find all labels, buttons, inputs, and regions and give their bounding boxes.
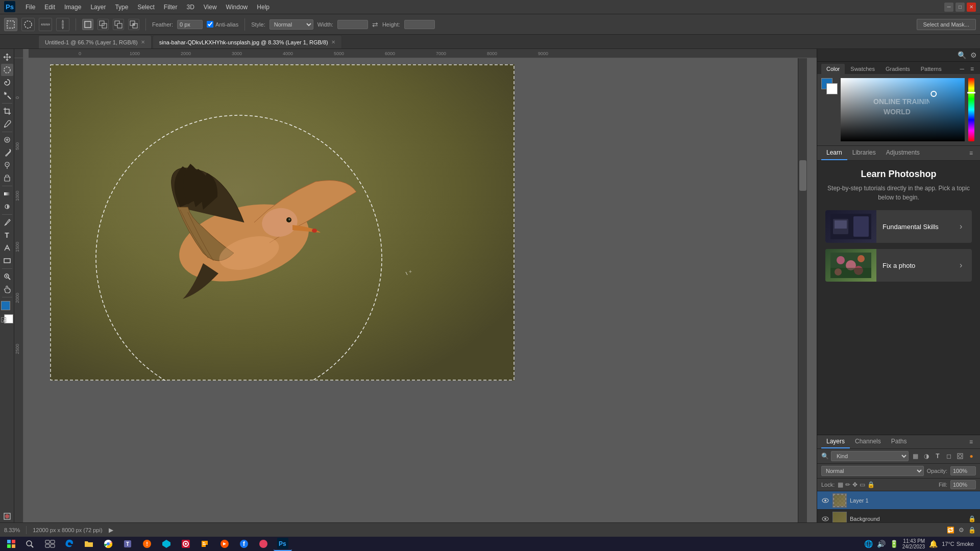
canvas-area[interactable]: 0 1000 2000 3000 4000 5000 6000 7000 800…: [14, 49, 817, 537]
marquee-rect-icon[interactable]: [4, 18, 17, 31]
layer-row-layer1[interactable]: Layer 1: [817, 491, 980, 510]
tool-healing[interactable]: [1, 134, 13, 146]
background-visibility-icon[interactable]: [821, 515, 829, 523]
fill-input[interactable]: [950, 480, 976, 489]
tool-pen[interactable]: [1, 216, 13, 229]
marquee-single-row-icon[interactable]: [39, 18, 52, 31]
pixel-filter-icon[interactable]: ▦: [911, 452, 920, 461]
maximize-btn[interactable]: □: [955, 3, 965, 12]
bg-color-swatch[interactable]: [826, 83, 838, 94]
menu-view[interactable]: View: [200, 2, 221, 13]
learn-card-fix-photo[interactable]: Fix a photo ›: [825, 249, 972, 282]
adjust-panels-icon[interactable]: ⚙: [969, 50, 978, 60]
weather-display[interactable]: 17°C Smoke: [942, 541, 974, 547]
taskbar-photoshop[interactable]: Ps: [274, 537, 292, 551]
lock-pixels-icon[interactable]: ▦: [838, 481, 843, 488]
tool-eyedropper[interactable]: [1, 118, 13, 130]
taskbar-app6[interactable]: !: [138, 537, 156, 551]
width-input[interactable]: [337, 20, 368, 29]
tab-color[interactable]: Color: [821, 64, 845, 74]
marquee-single-col-icon[interactable]: [56, 18, 69, 31]
select-mask-button[interactable]: Select and Mask...: [917, 19, 976, 30]
menu-file[interactable]: File: [21, 2, 39, 13]
battery-icon[interactable]: 🔋: [890, 540, 898, 548]
swap-colors-icon[interactable]: [1, 317, 6, 322]
adjustment-filter-icon[interactable]: ◑: [922, 452, 931, 461]
shape-filter-icon[interactable]: ◻: [944, 452, 953, 461]
learn-tab-libraries[interactable]: Libraries: [847, 146, 881, 160]
lock-artboard-icon[interactable]: ▭: [860, 481, 865, 488]
menu-select[interactable]: Select: [133, 2, 158, 13]
menu-type[interactable]: Type: [111, 2, 132, 13]
tool-text[interactable]: T: [1, 229, 13, 241]
blend-mode-select[interactable]: Normal Multiply Screen: [821, 466, 924, 476]
tool-shape[interactable]: [1, 255, 13, 267]
tool-hand[interactable]: [1, 283, 13, 295]
tab-gradients[interactable]: Gradients: [880, 64, 915, 74]
taskbar-explorer[interactable]: [80, 537, 98, 551]
tool-lasso[interactable]: [1, 77, 13, 89]
color-gradient-box[interactable]: [841, 78, 965, 141]
status-settings-icon[interactable]: ⚙: [959, 527, 964, 534]
panel-minimize-icon[interactable]: ─: [958, 65, 966, 72]
selection-intersect-icon[interactable]: [128, 19, 139, 30]
tool-gradient[interactable]: [1, 188, 13, 200]
minimize-btn[interactable]: ─: [944, 3, 953, 12]
taskbar-app9[interactable]: [196, 537, 214, 551]
taskbar-app11[interactable]: f: [235, 537, 253, 551]
feather-input[interactable]: [177, 20, 203, 29]
timeline-icon[interactable]: 🔁: [947, 527, 954, 534]
tool-move[interactable]: [1, 51, 13, 63]
close-btn[interactable]: ✕: [967, 3, 976, 12]
taskbar-search-icon[interactable]: [20, 538, 39, 550]
lock-image-icon[interactable]: ✏: [845, 481, 850, 488]
tool-zoom[interactable]: [1, 270, 13, 283]
tab-close-bird[interactable]: ✕: [331, 39, 335, 45]
menu-filter[interactable]: Filter: [160, 2, 182, 13]
layer1-visibility-icon[interactable]: [821, 496, 829, 505]
panel-options-icon[interactable]: ≡: [968, 65, 976, 72]
selection-add-icon[interactable]: [97, 19, 109, 30]
search-panels-icon[interactable]: 🔍: [957, 50, 967, 60]
scrollbar-vertical[interactable]: [798, 58, 807, 528]
menu-layer[interactable]: Layer: [86, 2, 110, 13]
taskbar-time-display[interactable]: 11:43 PM 24/2/2023: [902, 538, 925, 549]
tool-quick-mask[interactable]: [1, 510, 13, 522]
tab-untitled[interactable]: Untitled-1 @ 66.7% (Layer 1, RGB/8) ✕: [38, 35, 152, 48]
tool-magic-wand[interactable]: [1, 89, 13, 102]
color-picker[interactable]: [0, 301, 14, 323]
taskbar-edge[interactable]: [60, 537, 79, 551]
menu-window[interactable]: Window: [222, 2, 252, 13]
lock-all-icon[interactable]: 🔒: [867, 481, 875, 488]
learn-card-fundamental[interactable]: Fundamental Skills ›: [825, 210, 972, 243]
selection-new-icon[interactable]: [82, 19, 93, 30]
menu-edit[interactable]: Edit: [40, 2, 59, 13]
tab-bird[interactable]: sina-bahar-QDkvLKXHYhk-unsplash.jpg @ 8.…: [153, 35, 342, 48]
lock-position-icon[interactable]: ✥: [852, 481, 857, 488]
notification-icon[interactable]: 🔔: [929, 540, 938, 548]
learn-panel-options-icon[interactable]: ≡: [966, 147, 976, 159]
tool-clone-stamp[interactable]: [1, 159, 13, 171]
tool-dodge[interactable]: [1, 201, 13, 213]
layers-tab-paths[interactable]: Paths: [886, 435, 912, 448]
menu-3d[interactable]: 3D: [182, 2, 198, 13]
marquee-ellipse-icon[interactable]: [21, 18, 35, 31]
taskbar-app10[interactable]: [215, 537, 234, 551]
color-display[interactable]: ONLINE TRAININGS WORLD: [817, 74, 980, 145]
layers-panel-options-icon[interactable]: ≡: [966, 436, 976, 447]
tool-crop[interactable]: [1, 105, 13, 117]
swap-wh-icon[interactable]: ⇄: [372, 20, 378, 29]
anti-alias-checkbox[interactable]: [207, 21, 213, 28]
network-icon[interactable]: 🌐: [864, 540, 873, 548]
volume-icon[interactable]: 🔊: [877, 540, 886, 548]
smart-filter-icon[interactable]: [955, 452, 965, 461]
height-input[interactable]: [404, 20, 435, 29]
learn-tab-learn[interactable]: Learn: [821, 146, 847, 160]
status-arrow-icon[interactable]: ▶: [109, 527, 113, 534]
tab-patterns[interactable]: Patterns: [916, 64, 947, 74]
tool-elliptical-marquee[interactable]: [1, 64, 13, 76]
tool-eraser[interactable]: [1, 172, 13, 184]
layers-tab-channels[interactable]: Channels: [850, 435, 886, 448]
status-lock-icon[interactable]: 🔒: [968, 527, 976, 534]
layers-kind-select[interactable]: Kind Name Effect Mode: [831, 451, 909, 461]
